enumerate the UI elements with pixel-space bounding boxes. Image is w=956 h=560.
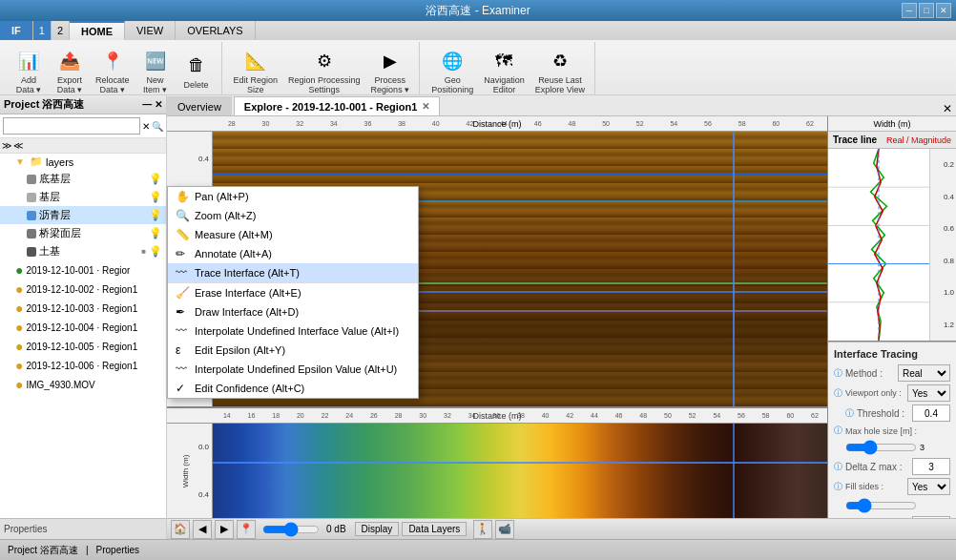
sidebar-item-label-video: IMG_4930.MOV (26, 380, 94, 390)
ctx-interp-eps-icon: 〰 (176, 363, 187, 376)
ctx-draw-interface[interactable]: ✒ Draw Interface (Alt+D) (168, 302, 418, 321)
sidebar-item-data6[interactable]: ● 2019-12-10-006 · Region1 (0, 356, 166, 375)
geo-positioning-button[interactable]: 🌐 GeoPositioning (427, 44, 477, 97)
toolbar-record-btn[interactable]: 📹 (495, 520, 514, 539)
iface-inline-slider[interactable] (845, 440, 917, 455)
data-layers-button[interactable]: Data Layers (402, 522, 467, 536)
tab-home[interactable]: HOME (70, 21, 125, 40)
zoom-slider[interactable] (262, 523, 320, 536)
sidebar-collapse-icon[interactable]: — ✕ (142, 99, 162, 110)
data-layers-btn[interactable]: Data Layers (402, 522, 467, 536)
iface-fillsides-select[interactable]: YesNo (907, 478, 950, 495)
ctx-interp-icon: 〰 (176, 324, 187, 338)
folder-icon-img: 📁 (30, 156, 43, 168)
crossline-canvas[interactable] (213, 424, 827, 518)
toolbar-walk-btn[interactable]: 🚶 (473, 520, 492, 539)
sidebar-item-layers[interactable]: ▼ 📁 layers (0, 154, 166, 170)
layer1-indicator: 💡 (149, 173, 162, 185)
sidebar-item-data2[interactable]: ● 2019-12-10-002 · Region1 (0, 280, 166, 299)
iface-crossline-select[interactable]: YesNo (907, 384, 950, 402)
trace-canvas (828, 149, 929, 341)
tab-close-all[interactable]: ✕ (943, 102, 956, 115)
ctx-erase-icon: 🧹 (176, 286, 190, 300)
search-icon: 🔍 (152, 121, 163, 132)
add-data-button[interactable]: 📊 AddData ▾ (10, 44, 48, 97)
layer4-indicator: 💡 (149, 227, 162, 239)
ctx-measure[interactable]: 📏 Measure (Alt+M) (168, 225, 418, 244)
tab-num1[interactable]: 1 (33, 21, 52, 40)
data2-bullet: ● (15, 281, 23, 297)
iface-threshold-input[interactable] (912, 404, 950, 422)
iface-row-delta: ⓘ Delta Z max : (834, 458, 950, 475)
ctx-annotate[interactable]: ✏ Annotate (Alt+A) (168, 244, 418, 263)
ctx-zoom-label: Zoom (Alt+Z) (195, 210, 256, 221)
ctx-edit-epsilon[interactable]: ε Edit Epsilon (Alt+Y) (168, 341, 418, 360)
iface-horiz-slider[interactable] (845, 498, 917, 513)
display-button[interactable]: Display (355, 522, 400, 536)
iface-method-select[interactable]: RealMagnitude (898, 364, 950, 382)
search-input[interactable] (3, 117, 140, 135)
layer5-indicator: 💡 (149, 245, 162, 258)
ctx-pan[interactable]: ✋ Pan (Alt+P) (168, 187, 418, 206)
export-data-button[interactable]: 📤 ExportData ▾ (51, 44, 89, 97)
sidebar-item-data5[interactable]: ● 2019-12-10-005 · Region1 (0, 337, 166, 356)
toolbar-pin-btn[interactable]: 📍 (237, 520, 256, 539)
relocate-data-button[interactable]: 📍 RelocateData ▾ (92, 44, 134, 97)
ctx-interp-epsilon[interactable]: 〰 Interpolate Undefined Epsilon Value (A… (168, 360, 418, 379)
ctx-zoom[interactable]: 🔍 Zoom (Alt+Z) (168, 206, 418, 225)
minimize-button[interactable]: ─ (902, 3, 917, 18)
delete-label: Delete (184, 81, 209, 91)
sidebar-item-layer3[interactable]: 沥青层 💡 (0, 206, 166, 224)
ctx-interpolate-undefined[interactable]: 〰 Interpolate Undefined Interface Value … (168, 321, 418, 341)
toolbar-back-btn[interactable]: ◀ (193, 520, 212, 539)
ctx-annotate-icon: ✏ (176, 247, 185, 260)
ctx-trace-interface[interactable]: 〰 Trace Interface (Alt+T) (168, 263, 418, 282)
maximize-button[interactable]: □ (919, 3, 934, 18)
relocate-data-label: RelocateData ▾ (95, 76, 130, 95)
search-clear-icon[interactable]: ✕ (142, 121, 150, 132)
sidebar-item-video[interactable]: ● IMG_4930.MOV (0, 375, 166, 394)
crossline-distance-label: Distance (m) (472, 411, 521, 421)
sidebar-item-data1[interactable]: ● 2019-12-10-001 · Regior (0, 260, 166, 280)
tab-explore-close[interactable]: ✕ (422, 101, 429, 112)
region-processing-settings-button[interactable]: ⚙ Region ProcessingSettings (284, 44, 364, 97)
sidebar-collapse-all-icon[interactable]: ≪ (13, 140, 23, 151)
navigation-editor-button[interactable]: 🗺 NavigationEditor (480, 44, 529, 97)
db-label: 0 dB (326, 524, 346, 534)
tab-explore[interactable]: Explore - 2019-12-10-001 - Region1 ✕ (234, 96, 441, 115)
sidebar-expand-icon[interactable]: ≫ (2, 140, 11, 151)
sidebar-item-data4[interactable]: ● 2019-12-10-004 · Region1 (0, 318, 166, 337)
iface-delta-label: Delta Z max : (845, 462, 909, 472)
display-btn[interactable]: Display (355, 522, 400, 536)
tab-overlays[interactable]: OVERLAYS (176, 21, 256, 40)
region-processing-settings-label: Region ProcessingSettings (288, 76, 361, 95)
process-regions-button[interactable]: ▶ ProcessRegions ▾ (367, 44, 414, 97)
iface-row-method: ⓘ Method : RealMagnitude (834, 364, 950, 382)
geo-positioning-label: GeoPositioning (431, 76, 473, 95)
process-regions-icon: ▶ (375, 46, 405, 76)
iface-delta-info: ⓘ (834, 461, 842, 473)
trace-depth-axis: 0.20.40.60.81.01.2 (929, 149, 956, 341)
edit-region-size-button[interactable]: 📐 Edit RegionSize (230, 44, 282, 97)
tab-view[interactable]: VIEW (125, 21, 176, 40)
ctx-measure-label: Measure (Alt+M) (195, 229, 273, 240)
sidebar-item-layer2[interactable]: 基层 💡 (0, 188, 166, 206)
toolbar-nav-btn[interactable]: ▶ (215, 520, 234, 539)
iface-delta-input[interactable] (912, 458, 950, 475)
iface-inline-slider-val: 3 (920, 443, 925, 452)
ctx-erase-interface[interactable]: 🧹 Erase Interface (Alt+E) (168, 282, 418, 302)
sidebar-item-layer5[interactable]: 土基 ■ 💡 (0, 242, 166, 260)
ctx-edit-confidence[interactable]: ✓ Edit Confidence (Alt+C) (168, 379, 418, 398)
tab-if[interactable]: IF (0, 21, 33, 40)
toolbar-home-btn[interactable]: 🏠 (171, 520, 190, 539)
sidebar-item-layer4[interactable]: 桥梁面层 💡 (0, 224, 166, 242)
sidebar-item-data3[interactable]: ● 2019-12-10-003 · Region1 (0, 299, 166, 318)
crossline-tick-04: 0.4 (198, 490, 209, 499)
tab-num2[interactable]: 2 (52, 21, 70, 40)
delete-button[interactable]: 🗑 Delete (177, 49, 216, 93)
new-item-button[interactable]: 🆕 NewItem ▾ (136, 44, 175, 97)
close-button[interactable]: ✕ (936, 3, 951, 18)
sidebar-item-layer1[interactable]: 底基层 💡 (0, 170, 166, 188)
reuse-explore-view-button[interactable]: ♻ Reuse LastExplore View (531, 44, 589, 97)
tab-overview[interactable]: Overview (167, 96, 232, 115)
